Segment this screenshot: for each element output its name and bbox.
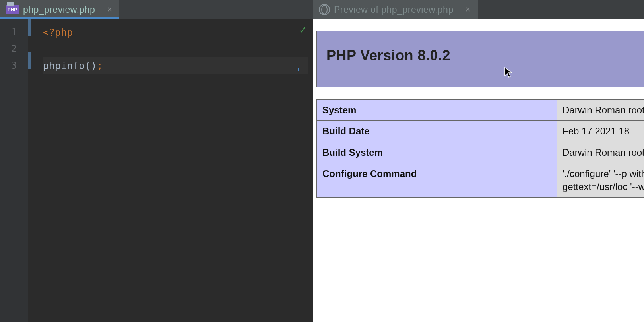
preview-tab-bar: Preview of php_preview.php × [313, 0, 644, 19]
line-number: 1 [0, 24, 28, 41]
code-line[interactable]: <?php [43, 24, 308, 41]
table-key: Build Date [317, 121, 557, 142]
table-row: Build SystemDarwin Roman root:xnu-4570. [317, 142, 644, 163]
code-line[interactable]: phpinfo(); [43, 57, 308, 74]
globe-icon [319, 4, 330, 15]
table-key: Configure Command [317, 163, 557, 198]
line-number: 2 [0, 41, 28, 57]
table-row: SystemDarwin Roman root:xnu-4570. [317, 100, 644, 121]
table-value: Darwin Roman root:xnu-4570. [557, 100, 644, 121]
preview-tab-label: Preview of php_preview.php [334, 4, 454, 15]
php-file-icon: PHP [6, 5, 19, 14]
table-value: './configure' '--p with-config-file- pea… [557, 163, 644, 198]
editor-tab-bar: PHP php_preview.php × [0, 0, 313, 19]
preview-pane: Preview of php_preview.php × PHP Version… [313, 0, 644, 322]
table-key: Build System [317, 142, 557, 163]
table-value: Darwin Roman root:xnu-4570. [557, 142, 644, 163]
editor-body[interactable]: 1 2 3 <?php phpinfo(); ✓ [0, 19, 313, 322]
close-icon[interactable]: × [107, 4, 112, 15]
close-icon[interactable]: × [466, 4, 471, 15]
parens: () [85, 60, 97, 72]
php-badge-text: PHP [8, 7, 17, 12]
inspection-ok-icon[interactable]: ✓ [299, 23, 306, 36]
editor-gutter: 1 2 3 [0, 19, 28, 322]
semicolon: ; [97, 60, 103, 72]
change-marker [28, 19, 31, 36]
gutter-edge [28, 19, 36, 322]
table-key: System [317, 100, 557, 121]
table-row: Build DateFeb 17 2021 18 [317, 121, 644, 142]
editor-tab-label: php_preview.php [23, 4, 95, 15]
phpinfo-header: PHP Version 8.0.2 [316, 31, 644, 87]
phpinfo-table: SystemDarwin Roman root:xnu-4570.Build D… [316, 99, 644, 198]
change-marker [28, 52, 31, 69]
php-open-tag: <?php [43, 27, 73, 38]
editor-tab[interactable]: PHP php_preview.php × [0, 0, 119, 19]
preview-body[interactable]: PHP Version 8.0.2 SystemDarwin Roman roo… [313, 19, 644, 322]
phpinfo-tbody: SystemDarwin Roman root:xnu-4570.Build D… [317, 100, 644, 198]
table-value: Feb 17 2021 18 [557, 121, 644, 142]
caret-indicator [298, 68, 299, 71]
phpinfo-title: PHP Version 8.0.2 [326, 47, 634, 64]
code-area[interactable]: <?php phpinfo(); ✓ [36, 19, 313, 322]
preview-tab[interactable]: Preview of php_preview.php × [313, 0, 478, 19]
editor-pane: PHP php_preview.php × 1 2 3 <?php phpinf… [0, 0, 313, 322]
line-number: 3 [0, 57, 28, 74]
code-line[interactable] [43, 41, 308, 57]
table-row: Configure Command'./configure' '--p with… [317, 163, 644, 198]
fn-name: phpinfo [43, 60, 85, 72]
